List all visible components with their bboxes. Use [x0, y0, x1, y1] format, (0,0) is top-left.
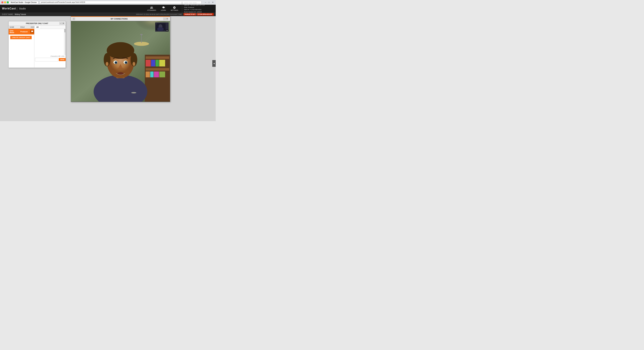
- attendees-icon: [150, 6, 153, 9]
- thumbnail-label: me: [166, 30, 168, 31]
- nav-learn[interactable]: LEARN: [158, 5, 168, 12]
- connections-title: MY CONNECTIONS: [75, 18, 163, 20]
- chat-panel-header: PRESENTER ONLY CHAT – ✕: [8, 21, 66, 25]
- connections-close-btn[interactable]: ✕: [166, 18, 168, 20]
- col-role-header: ROLE: [20, 25, 30, 29]
- tab-all[interactable]: All: [34, 25, 41, 29]
- browser-close[interactable]: [1, 1, 3, 3]
- svg-point-30: [111, 68, 130, 78]
- main-content: PRESENTER ONLY CHAT – ✕ NAME ROLE CHAT T…: [0, 16, 216, 121]
- table-header: NAME ROLE CHAT: [8, 25, 34, 29]
- create-group-container: CREATE GROUP CHAT: [8, 36, 34, 39]
- browser-controls: [1, 1, 9, 3]
- svg-rect-13: [159, 71, 165, 77]
- connections-header-left: [72, 18, 75, 20]
- presenter-role: Producer: [20, 30, 30, 33]
- svg-rect-8: [159, 60, 165, 66]
- table-row: Tyler Webb Producer: [8, 29, 34, 34]
- scrollbar-thumb: [64, 29, 66, 32]
- svg-rect-4: [146, 56, 169, 59]
- svg-point-32: [132, 62, 135, 66]
- col-name-header: NAME: [8, 25, 20, 29]
- svg-rect-6: [151, 60, 155, 66]
- presenters-list: NAME ROLE CHAT Tyler Webb Producer CREAT…: [8, 25, 34, 68]
- svg-point-31: [106, 62, 108, 66]
- svg-point-20: [107, 42, 134, 59]
- send-button[interactable]: SEND: [59, 58, 66, 61]
- expand-icon[interactable]: [72, 18, 75, 20]
- chat-messages-panel: All Characters left: 1000 SEND: [34, 25, 66, 68]
- presenter-name: Tyler Webb: [8, 29, 20, 34]
- chat-close-btn[interactable]: ✕: [62, 22, 64, 24]
- svg-rect-7: [156, 60, 159, 66]
- svg-rect-9: [146, 68, 169, 71]
- browser-minimize[interactable]: [4, 1, 6, 3]
- connections-panel-header: MY CONNECTIONS – ✕: [71, 17, 170, 21]
- create-group-chat-button[interactable]: CREATE GROUP CHAT: [10, 36, 32, 39]
- self-view-thumbnail: ⋮ me: [155, 22, 169, 32]
- chat-tabs: All: [34, 25, 66, 29]
- connections-header-controls: – ✕: [163, 18, 168, 20]
- svg-point-35: [157, 27, 164, 31]
- svg-rect-5: [146, 60, 151, 66]
- logo-studio: Studio: [19, 7, 26, 10]
- chat-body: NAME ROLE CHAT Tyler Webb Producer CREAT…: [8, 25, 66, 68]
- col-chat-header: CHAT: [30, 25, 34, 29]
- svg-rect-11: [150, 71, 154, 77]
- connections-panel: MY CONNECTIONS – ✕: [71, 16, 170, 102]
- logo-workcast: WorkCast: [2, 7, 16, 10]
- nav-settings[interactable]: SETTINGS: [168, 5, 181, 12]
- browser-tab[interactable]: WorkCast Studio - Google Chrome: [9, 1, 38, 4]
- video-feed: [71, 21, 170, 102]
- header-user-info: Name: Tyler Webb Dial UK: +44 (0) 1295 2…: [182, 2, 214, 15]
- chat-input-row: SEND: [34, 57, 66, 62]
- learn-icon: [162, 6, 165, 9]
- chars-left-label: Characters left: 1000: [34, 55, 66, 57]
- browser-maximize[interactable]: [7, 1, 9, 3]
- lamp-base: [131, 92, 136, 93]
- chat-scrollbar[interactable]: [64, 29, 66, 55]
- video-container: ⋮ me: [71, 21, 170, 102]
- nav-attendees[interactable]: ATTENDEES: [145, 5, 158, 12]
- chat-panel-controls: – ✕: [60, 22, 64, 24]
- svg-point-27: [115, 62, 116, 63]
- thumbnail-options[interactable]: ⋮: [156, 23, 157, 24]
- chat-messages-area[interactable]: [34, 29, 66, 55]
- app-header: WorkCast | Studio ATTENDEES LEARN SETTIN…: [0, 5, 216, 12]
- header-navigation: ATTENDEES LEARN SETTINGS Name: Tyler Web…: [145, 2, 214, 15]
- event-name-label: EVENT NAME: Writing Tutorial: [2, 13, 26, 15]
- svg-point-28: [125, 62, 127, 63]
- svg-point-16: [140, 34, 143, 35]
- chat-input-field[interactable]: [35, 58, 58, 61]
- chat-bubble-icon: [30, 30, 34, 33]
- settings-icon: [173, 6, 176, 9]
- presenter-chat-panel: PRESENTER ONLY CHAT – ✕ NAME ROLE CHAT T…: [8, 21, 66, 68]
- chat-minimize-btn[interactable]: –: [60, 22, 62, 24]
- thumbnail-inner: ⋮ me: [155, 22, 168, 31]
- connections-minimize-btn[interactable]: –: [163, 18, 166, 20]
- svg-rect-12: [154, 71, 159, 77]
- sidebar-toggle-arrow[interactable]: ◄: [212, 60, 216, 67]
- svg-rect-10: [146, 71, 150, 77]
